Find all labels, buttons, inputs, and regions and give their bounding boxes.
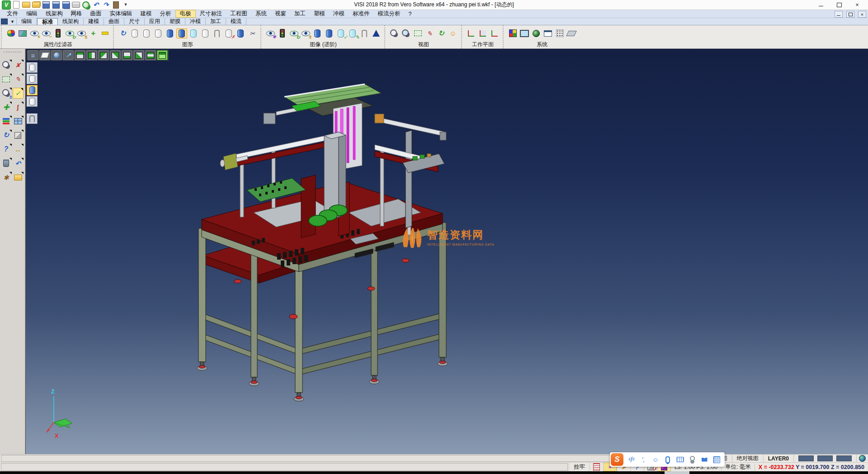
ime-toolbox-icon[interactable] — [712, 455, 721, 465]
workplane-align-icon[interactable] — [477, 28, 488, 38]
menu-analysis[interactable]: 分析 — [156, 10, 175, 18]
render-mode-icon[interactable] — [51, 50, 62, 60]
menu-dimension[interactable]: 尺寸标注 — [196, 10, 226, 18]
system-plane-icon[interactable] — [566, 28, 577, 38]
view-iso-nw-icon[interactable] — [145, 50, 156, 60]
color-swatch-2[interactable] — [817, 455, 833, 461]
system-window-icon[interactable] — [542, 28, 553, 38]
filter-icon[interactable] — [52, 28, 63, 38]
advanced-refresh-icon[interactable]: ↻ — [288, 28, 299, 38]
menu-wireframe[interactable]: 线架构 — [42, 10, 67, 18]
view-left-icon[interactable] — [98, 50, 109, 60]
shaded-edges-display-icon[interactable] — [176, 28, 187, 38]
clip-section-icon[interactable] — [212, 28, 222, 38]
tab-wireframe[interactable]: 线架构 — [58, 18, 84, 25]
save-all-icon[interactable] — [61, 0, 71, 9]
edit-display-icon[interactable]: ✎ — [347, 28, 358, 38]
hide-remove-icon[interactable]: − — [41, 28, 52, 38]
menu-modeling[interactable]: 建模 — [137, 10, 156, 18]
tab-edit[interactable]: 编辑 — [17, 18, 37, 25]
menu-mesh[interactable]: 网格 — [67, 10, 86, 18]
hidden-line-display-icon[interactable] — [141, 28, 152, 38]
navigator-wheel-icon[interactable]: ✱ — [1, 172, 12, 183]
undo-icon[interactable]: ↶ — [91, 0, 100, 9]
delete-graphics-icon[interactable]: ✗ — [223, 28, 234, 38]
save-as-icon[interactable] — [52, 0, 61, 9]
ime-person-icon[interactable] — [688, 455, 697, 465]
menu-die[interactable]: 冲模 — [329, 10, 349, 18]
menu-electrode[interactable]: 电极 — [175, 10, 196, 18]
undo-step-icon[interactable]: ↶ — [13, 158, 24, 169]
window-grid-icon[interactable] — [13, 116, 24, 127]
transparent-display-icon[interactable] — [188, 28, 199, 38]
layer-solid3-icon[interactable] — [27, 85, 38, 95]
quickbar-options-icon[interactable]: ▼ — [121, 0, 130, 9]
layer-solid2-icon[interactable] — [27, 74, 38, 84]
import-file-icon[interactable] — [32, 0, 41, 9]
visi-logo[interactable]: V — [2, 0, 11, 9]
refresh-icon[interactable]: ↻ — [1, 130, 12, 141]
menu-solid-edit[interactable]: 实体编辑 — [106, 10, 137, 18]
system-globe-icon[interactable] — [531, 28, 542, 38]
close-button[interactable]: × — [848, 0, 866, 9]
tab-mould[interactable]: 塑膜 — [165, 18, 185, 25]
preview-icon[interactable] — [81, 0, 90, 9]
tab-application[interactable]: 应用 — [145, 18, 165, 25]
ime-punct-icon[interactable]: ’, — [639, 455, 648, 465]
color-swatch-3[interactable] — [836, 455, 852, 461]
ime-sogou-logo[interactable]: S — [611, 453, 623, 466]
system-colors-icon[interactable] — [507, 28, 518, 38]
show-add-icon[interactable]: + — [29, 28, 40, 38]
ime-lang-icon[interactable]: 中 — [627, 455, 636, 465]
refresh-visibility-icon[interactable]: ↻ — [64, 28, 75, 38]
display-list-icon[interactable]: ≡ — [28, 50, 38, 60]
measure-icon[interactable]: ↔ — [13, 144, 24, 155]
view-right-icon[interactable] — [110, 50, 121, 60]
menu-surface[interactable]: 曲面 — [86, 10, 106, 18]
redo-icon[interactable]: ↷ — [101, 0, 110, 9]
help-icon[interactable]: ? — [1, 144, 12, 155]
refresh-graphics-icon[interactable]: ↻ — [118, 28, 128, 38]
menu-system[interactable]: 系统 — [251, 10, 271, 18]
print-icon[interactable] — [71, 0, 80, 9]
tab-dropdown-button[interactable]: ▼ — [9, 18, 17, 25]
confirm-icon[interactable]: ✓ — [13, 88, 24, 99]
transform-icon[interactable]: ✚ — [1, 102, 12, 113]
axis-display-icon[interactable]: ↗ — [63, 50, 74, 60]
view-iso-active-icon[interactable] — [157, 50, 168, 60]
solid-display2-icon[interactable] — [324, 28, 335, 38]
zoom-select-icon[interactable] — [1, 60, 12, 71]
workplane-icon[interactable] — [466, 28, 476, 38]
erase-icon[interactable]: ✘ — [13, 60, 24, 71]
menu-edit[interactable]: 编辑 — [22, 10, 42, 18]
delete-icon[interactable] — [1, 158, 12, 169]
ime-emoji-icon[interactable]: ☺ — [651, 455, 660, 465]
wireframe-display-icon[interactable] — [129, 28, 140, 38]
globe-button[interactable] — [856, 455, 868, 462]
advanced-filter-icon[interactable] — [277, 28, 288, 38]
menu-standard-parts[interactable]: 标准件 — [349, 10, 374, 18]
macro-icon[interactable] — [111, 0, 120, 9]
cone-display-icon[interactable] — [371, 28, 382, 38]
attributes-icon[interactable] — [5, 28, 16, 38]
new-file-icon[interactable] — [12, 0, 21, 9]
tab-modeling[interactable]: 建模 — [84, 18, 104, 25]
zoom-window-icon[interactable] — [401, 28, 411, 38]
attribute-books-icon[interactable] — [1, 116, 12, 127]
shaded-display-icon[interactable] — [165, 28, 175, 38]
view-top-icon[interactable] — [75, 50, 85, 60]
color-swatch-1[interactable] — [798, 455, 814, 461]
maximize-button[interactable] — [830, 0, 848, 9]
document-close-button[interactable]: × — [858, 11, 866, 18]
ime-mic-icon[interactable] — [663, 455, 672, 465]
attach-icon[interactable] — [359, 28, 370, 38]
tab-die[interactable]: 冲模 — [185, 18, 206, 25]
cube-display-icon[interactable] — [13, 130, 24, 141]
open-file-icon[interactable] — [22, 0, 31, 9]
zoom-extents-icon[interactable] — [412, 28, 423, 38]
advanced-toggle-icon[interactable]: ± — [300, 28, 311, 38]
copy-attributes-icon[interactable] — [17, 28, 28, 38]
menu-help[interactable]: ? — [405, 10, 416, 18]
fit-frame-icon[interactable] — [1, 74, 12, 85]
minimize-button[interactable] — [812, 0, 830, 9]
